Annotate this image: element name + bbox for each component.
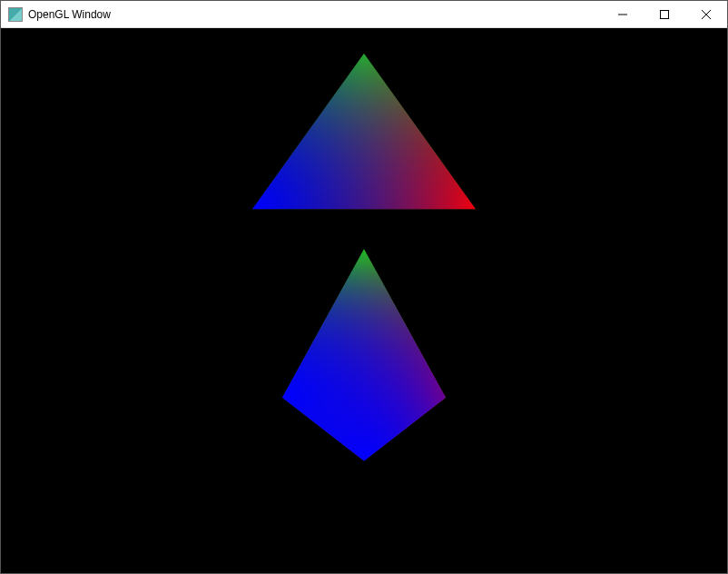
maximize-button[interactable] (644, 1, 685, 27)
opengl-viewport (1, 28, 727, 573)
app-icon (8, 7, 23, 22)
window-controls (602, 1, 727, 27)
close-icon (702, 10, 711, 19)
window-title: OpenGL Window (28, 8, 111, 21)
svg-rect-0 (661, 10, 669, 18)
minimize-icon (618, 10, 627, 19)
window-titlebar: OpenGL Window (1, 1, 727, 28)
minimize-button[interactable] (602, 1, 644, 27)
close-button[interactable] (685, 1, 727, 27)
maximize-icon (660, 10, 669, 19)
